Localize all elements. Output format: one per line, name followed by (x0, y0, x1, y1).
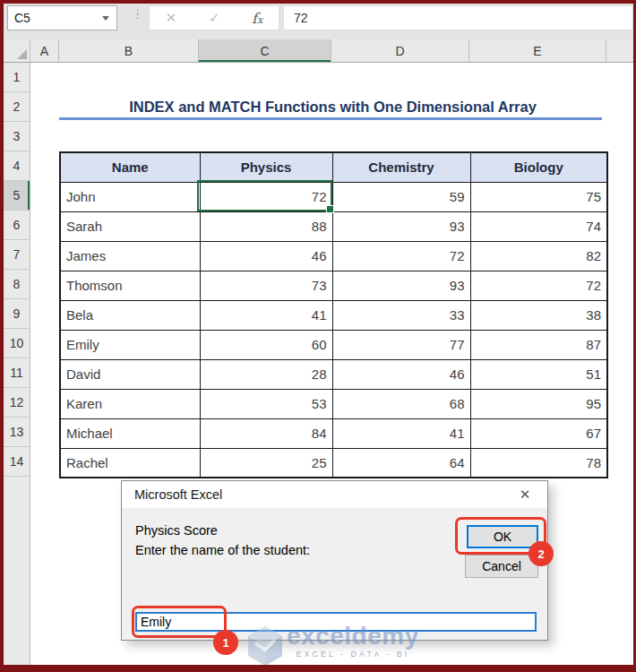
cell-name[interactable]: Rachel (60, 448, 200, 478)
cell-chemistry[interactable]: 93 (332, 271, 470, 300)
row-header-12[interactable]: 12 (4, 388, 30, 418)
dialog-prompt: Physics Score Enter the name of the stud… (135, 521, 310, 560)
table-row: David 28 46 51 (60, 359, 607, 389)
cancel-entry-icon[interactable]: ✕ (166, 10, 177, 26)
cell-chemistry[interactable]: 59 (332, 182, 470, 211)
cell-chemistry[interactable]: 33 (332, 300, 470, 330)
cell-physics[interactable]: 25 (200, 448, 332, 478)
student-name-input[interactable]: Emily (135, 612, 537, 632)
row-header-2[interactable]: 2 (4, 92, 30, 122)
table-row: Emily 60 77 87 (60, 330, 607, 359)
cell-name[interactable]: Karen (60, 389, 200, 418)
cell-physics[interactable]: 41 (200, 300, 332, 330)
cell-physics[interactable]: 28 (200, 359, 332, 389)
row-header-7[interactable]: 7 (4, 240, 30, 270)
cell-name[interactable]: David (60, 359, 200, 389)
cell-chemistry[interactable]: 68 (332, 389, 470, 418)
formula-bar-row: C5 ⋮ ✕ ✓ fx 72 (4, 4, 633, 39)
cell-name[interactable]: Thomson (60, 271, 200, 300)
sheet-title: INDEX and MATCH Functions with One Dimen… (59, 93, 606, 120)
cancel-button[interactable]: Cancel (465, 555, 538, 578)
input-dialog: Microsoft Excel ✕ Physics Score Enter th… (121, 480, 548, 641)
watermark-tagline: EXCEL - DATA - BI (287, 650, 419, 659)
column-header-b[interactable]: B (59, 39, 199, 62)
header-name[interactable]: Name (60, 152, 200, 182)
table-header-row: Name Physics Chemistry Biology (60, 152, 607, 182)
header-chemistry[interactable]: Chemistry (332, 152, 470, 182)
cell-biology[interactable]: 87 (470, 330, 607, 359)
column-header-filler (606, 39, 633, 62)
row-header-13[interactable]: 13 (4, 418, 30, 447)
title-underline (59, 117, 602, 120)
select-all-button[interactable] (4, 39, 30, 62)
row-header-9[interactable]: 9 (4, 299, 30, 329)
cell-biology[interactable]: 75 (470, 182, 607, 211)
name-box[interactable]: C5 (7, 5, 117, 30)
confirm-entry-icon[interactable]: ✓ (209, 10, 220, 26)
table-row: Thomson 73 93 72 (60, 271, 607, 300)
formula-bar-value: 72 (284, 11, 308, 25)
cell-physics[interactable]: 73 (200, 271, 332, 300)
cell-name[interactable]: Sarah (60, 211, 200, 241)
row-header-10[interactable]: 10 (4, 329, 30, 358)
cell-physics[interactable]: 88 (200, 211, 332, 241)
column-header-d[interactable]: D (331, 39, 469, 62)
ok-button[interactable]: OK (467, 525, 538, 548)
header-physics[interactable]: Physics (200, 152, 332, 182)
close-icon[interactable]: ✕ (511, 481, 538, 508)
row-header-4[interactable]: 4 (4, 151, 30, 181)
cell-biology[interactable]: 82 (470, 241, 607, 271)
cell-physics[interactable]: 53 (200, 389, 332, 418)
header-biology[interactable]: Biology (470, 152, 607, 182)
cell-biology[interactable]: 78 (470, 448, 607, 478)
row-header-column: 1 2 3 4 5 6 7 8 9 10 11 12 13 14 (4, 63, 30, 665)
column-header-a[interactable]: A (30, 39, 59, 62)
cell-name[interactable]: John (60, 182, 200, 211)
table-row: John 72 59 75 (60, 182, 607, 211)
row-header-14[interactable]: 14 (4, 447, 30, 477)
cell-name[interactable]: Michael (60, 418, 200, 448)
cell-chemistry[interactable]: 64 (332, 448, 470, 478)
column-header-c-selected[interactable]: C (199, 39, 331, 62)
screenshot-frame: C5 ⋮ ✕ ✓ fx 72 A B C D E 1 2 (0, 0, 636, 672)
formula-bar-separator-icon: ⋮ (132, 10, 141, 18)
cell-physics[interactable]: 72 (200, 182, 332, 211)
row-header-11[interactable]: 11 (4, 358, 30, 388)
insert-function-icon[interactable]: fx (252, 10, 262, 27)
cell-name[interactable]: James (60, 241, 200, 271)
prompt-line-1: Physics Score (135, 521, 310, 540)
formula-bar-input[interactable]: 72 (283, 5, 633, 30)
cell-chemistry[interactable]: 72 (332, 241, 470, 271)
row-header-8[interactable]: 8 (4, 270, 30, 299)
cell-biology[interactable]: 72 (470, 271, 607, 300)
table-row: Rachel 25 64 78 (60, 448, 607, 478)
column-header-e[interactable]: E (469, 39, 606, 62)
row-header-5-selected[interactable]: 5 (4, 181, 30, 211)
row-header-3[interactable]: 3 (4, 122, 30, 151)
cell-name[interactable]: Bela (60, 300, 200, 330)
cell-biology[interactable]: 74 (470, 211, 607, 241)
cell-chemistry[interactable]: 41 (332, 418, 470, 448)
cell-physics[interactable]: 46 (200, 241, 332, 271)
cell-chemistry[interactable]: 46 (332, 359, 470, 389)
cell-biology[interactable]: 51 (470, 359, 607, 389)
cell-name[interactable]: Emily (60, 330, 200, 359)
prompt-line-2: Enter the name of the student: (135, 540, 310, 560)
cell-biology[interactable]: 67 (470, 418, 607, 448)
cell-biology[interactable]: 95 (470, 389, 607, 418)
row-header-1[interactable]: 1 (4, 63, 30, 92)
name-box-value: C5 (8, 11, 102, 25)
row-header-6[interactable]: 6 (4, 211, 30, 240)
name-box-dropdown-icon[interactable] (102, 16, 109, 21)
cell-physics[interactable]: 60 (200, 330, 332, 359)
dialog-title: Microsoft Excel (122, 487, 222, 502)
cell-chemistry[interactable]: 93 (332, 211, 470, 241)
dialog-titlebar: Microsoft Excel ✕ (122, 481, 547, 508)
cell-chemistry[interactable]: 77 (332, 330, 470, 359)
scores-table: Name Physics Chemistry Biology John 72 5… (59, 151, 608, 478)
cell-biology[interactable]: 38 (470, 300, 607, 330)
column-header-row: A B C D E (4, 39, 633, 63)
cell-physics[interactable]: 84 (200, 418, 332, 448)
select-all-triangle-icon (17, 49, 27, 59)
annotation-step-2-badge: 2 (529, 541, 554, 566)
